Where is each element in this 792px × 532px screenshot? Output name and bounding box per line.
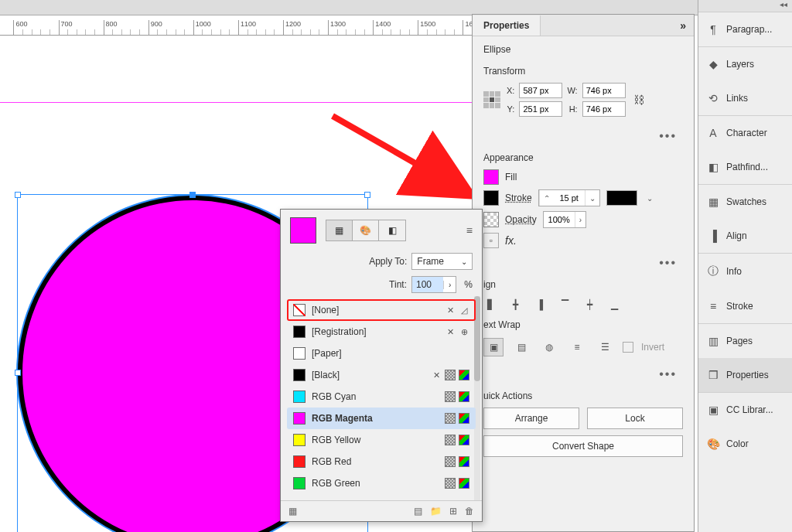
align-hcenter-icon[interactable]: ╋: [508, 298, 522, 312]
convert-shape-button[interactable]: Convert Shape: [483, 435, 683, 457]
ruler-tick: 1600: [463, 20, 472, 36]
swatch-item[interactable]: [Registration]✕⊕: [287, 321, 476, 343]
tint-value[interactable]: [412, 277, 443, 292]
stroke-swatch[interactable]: [483, 190, 499, 206]
sidebar-label: Swatches: [726, 196, 766, 207]
panel-collapse-icon[interactable]: »: [680, 19, 686, 32]
swatch-item[interactable]: [Paper]: [287, 343, 476, 364]
stroke-style-dropdown[interactable]: [606, 190, 637, 206]
sidebar-item-pages[interactable]: ▥Pages: [698, 323, 792, 358]
fill-swatch[interactable]: [483, 169, 499, 185]
sidebar-item-character[interactable]: ACharacter: [698, 115, 792, 150]
reference-point-grid[interactable]: [483, 91, 500, 108]
opacity-value[interactable]: [544, 213, 575, 226]
swatch-name: [None]: [312, 305, 339, 315]
sidebar-item-info[interactable]: ⓘInfo: [698, 253, 792, 289]
w-input[interactable]: [582, 83, 626, 98]
properties-tab[interactable]: Properties: [473, 15, 541, 36]
swatch-small-icon[interactable]: ▦: [288, 506, 297, 517]
more-wrap-icon[interactable]: •••: [483, 364, 683, 384]
effects-swatch[interactable]: ▫: [483, 233, 499, 248]
swatch-item[interactable]: [Black]✕: [287, 364, 476, 386]
panel-header: Properties »: [473, 15, 694, 36]
wrap-jump-column-button[interactable]: ☰: [595, 338, 615, 356]
sidebar-item-swatches[interactable]: ▦Swatches: [698, 184, 792, 219]
swatch-chip: [293, 304, 306, 316]
align-bottom-icon[interactable]: ▁: [607, 298, 621, 312]
ruler-tick: 700: [59, 20, 73, 36]
fx-label[interactable]: fx.: [505, 234, 517, 247]
app-toolbar-strip: [0, 0, 792, 15]
sidebar-item-pathfind-[interactable]: ◧Pathfind...: [698, 150, 792, 184]
swatch-item[interactable]: RGB Cyan: [287, 386, 476, 408]
handle-n[interactable]: [189, 192, 196, 198]
wrap-jump-button[interactable]: ≡: [567, 338, 587, 356]
more-appearance-icon[interactable]: •••: [483, 253, 683, 273]
sidebar-item-paragrap-[interactable]: ¶Paragrap...: [698, 12, 792, 46]
swatch-x-icon: ✕: [445, 326, 456, 337]
tint-unit: %: [464, 279, 473, 290]
y-input[interactable]: [519, 101, 562, 117]
sidebar-label: Paragrap...: [726, 24, 772, 35]
swatch-name: [Paper]: [312, 348, 342, 359]
stroke-label[interactable]: Stroke: [505, 193, 532, 203]
swatch-item[interactable]: RGB Magenta: [287, 408, 476, 429]
x-input[interactable]: [519, 83, 562, 98]
sidebar-label: Pages: [726, 336, 753, 346]
swatch-name: RGB Yellow: [312, 435, 360, 445]
swatch-delete-icon[interactable]: 🗑: [465, 506, 474, 517]
swatch-chip: [293, 434, 306, 446]
swatch-new-icon[interactable]: ⊞: [449, 506, 457, 517]
sidebar-item-layers[interactable]: ◆Layers: [698, 46, 792, 81]
sidebar-item-properties[interactable]: ❒Properties: [698, 358, 792, 392]
wrap-bounding-button[interactable]: ▤: [511, 338, 531, 356]
opacity-label[interactable]: Opacity: [505, 214, 537, 225]
sidebar-item-stroke[interactable]: ≡Stroke: [698, 289, 792, 323]
tint-input[interactable]: ›: [411, 276, 456, 293]
sidebar-icon: ▦: [706, 196, 720, 208]
opacity-input[interactable]: ›: [543, 211, 586, 228]
swatch-folder-icon[interactable]: 📁: [430, 506, 442, 517]
swatch-grid-view-icon[interactable]: ▤: [414, 506, 422, 517]
align-top-icon[interactable]: ▔: [558, 298, 572, 312]
sidebar-item-color[interactable]: 🎨Color: [698, 427, 792, 461]
handle-ne[interactable]: [364, 192, 370, 198]
stroke-weight-value[interactable]: [554, 192, 585, 204]
opacity-swatch[interactable]: [483, 212, 499, 227]
wrap-shape-button[interactable]: ◍: [539, 338, 559, 356]
h-input[interactable]: [582, 101, 626, 117]
handle-nw[interactable]: [15, 192, 21, 198]
align-left-icon[interactable]: ▋: [483, 298, 497, 312]
popup-menu-icon[interactable]: ≡: [466, 224, 473, 237]
align-right-icon[interactable]: ▐: [533, 298, 547, 312]
ruler-tick: 900: [148, 20, 162, 36]
sidebar-icon: A: [706, 127, 720, 139]
swatch-item[interactable]: RGB Green: [287, 472, 476, 494]
right-sidebar: ◂◂ ¶Paragrap...◆Layers⟲LinksACharacter◧P…: [698, 0, 792, 532]
sidebar-item-align[interactable]: ▐Align: [698, 219, 792, 253]
swatch-mode-group: ▦ 🎨 ◧: [326, 220, 406, 241]
handle-w[interactable]: [15, 370, 21, 376]
swatch-item[interactable]: [None]✕◿: [287, 299, 476, 321]
current-fill-swatch[interactable]: [290, 217, 316, 244]
swatch-grid-mode-icon[interactable]: ▦: [326, 220, 353, 240]
more-options-icon[interactable]: •••: [483, 126, 683, 146]
swatch-item[interactable]: RGB Yellow: [287, 429, 476, 451]
constrain-proportions-icon[interactable]: ⛓: [632, 94, 646, 106]
wrap-none-button[interactable]: ▣: [483, 338, 504, 356]
swatch-rgb-icon: [459, 456, 469, 467]
sidebar-item-cc-librar-[interactable]: ▣CC Librar...: [698, 392, 792, 427]
swatch-item[interactable]: RGB Red: [287, 451, 476, 472]
swatch-gradient-mode-icon[interactable]: ◧: [379, 220, 405, 240]
sidebar-collapse-icon[interactable]: ◂◂: [698, 0, 792, 12]
invert-checkbox[interactable]: [623, 342, 633, 353]
sidebar-item-links[interactable]: ⟲Links: [698, 81, 792, 115]
apply-to-select[interactable]: Frame⌄: [411, 253, 473, 270]
sidebar-icon: ▥: [706, 335, 720, 347]
arrange-button[interactable]: Arrange: [483, 408, 579, 429]
swatch-color-mode-icon[interactable]: 🎨: [353, 220, 379, 240]
selection-type: Ellipse: [483, 44, 683, 55]
align-vcenter-icon[interactable]: ┿: [582, 298, 596, 312]
stroke-weight-input[interactable]: ⌃ ⌄: [538, 189, 600, 206]
lock-button[interactable]: Lock: [587, 408, 683, 429]
